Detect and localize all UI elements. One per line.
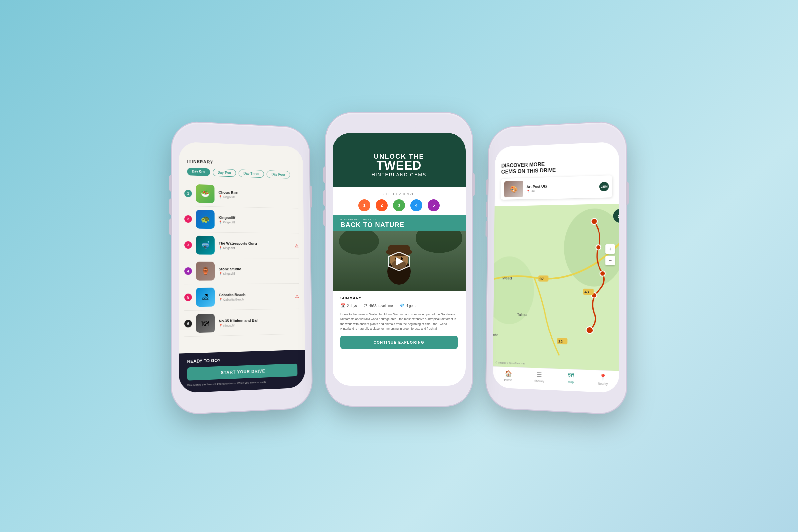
nav-nearby-label: Nearby <box>598 382 608 386</box>
svg-text:43: 43 <box>584 290 589 294</box>
drive-circle-5[interactable]: 5 <box>428 200 440 211</box>
map-icon: 🗺 <box>568 372 573 379</box>
poi-info: Art Post Uki 📍 Uki <box>526 183 596 192</box>
item-name: Kingscliff <box>219 215 299 221</box>
drive-circle-1[interactable]: 1 <box>358 200 370 211</box>
map-screen: DISCOVER MOREGEMS ON THIS DRIVE 🎨 Art Po… <box>493 141 619 393</box>
svg-text:32: 32 <box>558 340 563 344</box>
phone-left: ITINERARY Day One Day Two Day Three Day … <box>172 121 311 414</box>
drive-circle-4[interactable]: 4 <box>410 200 422 211</box>
drive-circle-2[interactable]: 2 <box>376 200 388 211</box>
phone-center-notch <box>379 119 419 128</box>
itinerary-header: ITINERARY Day One Day Two Day Three Day … <box>179 141 303 184</box>
item-name: The Watersports Guru <box>219 241 291 246</box>
alert-icon: ⚠ <box>294 243 299 248</box>
map-title: DISCOVER MOREGEMS ON THIS DRIVE <box>501 158 612 175</box>
day-tab-4[interactable]: Day Four <box>267 170 290 178</box>
item-thumb: 🏺 <box>196 262 215 281</box>
phone-center: UNLOCK THE TWEED HINTERLAND GEMS SELECT … <box>326 113 472 406</box>
gem-badge: GEM <box>600 182 609 191</box>
svg-text:97: 97 <box>540 277 544 281</box>
drive-circles: 1 2 3 4 5 <box>341 200 457 211</box>
drive-label: HINTERLAND DRIVE #1 <box>341 218 457 221</box>
itinerary-icon: ☰ <box>536 371 542 379</box>
item-thumb: 🍽 <box>196 314 215 333</box>
item-thumb: 🥗 <box>196 184 215 203</box>
svg-text:Tweed: Tweed <box>501 276 512 280</box>
nav-nearby[interactable]: 📍 Nearby <box>587 373 619 386</box>
continue-exploring-button[interactable]: CONTINUE EXPLORING <box>341 336 457 349</box>
phone-left-notch <box>223 130 262 141</box>
item-info: No.35 Kitchen and Bar 📍 Kingscliff <box>219 317 300 327</box>
zoom-in-button[interactable]: + <box>606 244 615 254</box>
item-location: 📍 Kingscliff <box>219 272 299 275</box>
nav-itinerary[interactable]: ☰ Itinerary <box>524 370 555 383</box>
itinerary-title: ITINERARY <box>187 158 295 168</box>
svg-marker-11 <box>396 258 404 265</box>
hero-title: UNLOCK THE TWEED HINTERLAND GEMS <box>342 153 456 177</box>
bottom-nav: 🏠 Home ☰ Itinerary 🗺 Map 📍 Nearby <box>493 366 619 393</box>
item-number: 6 <box>184 320 192 327</box>
drive-name: BACK TO NATURE <box>341 221 457 229</box>
item-thumb: 🤿 <box>196 236 215 255</box>
phone-right-notch <box>536 130 575 141</box>
days-text: 2 days <box>347 304 357 307</box>
nav-home[interactable]: 🏠 Home <box>493 369 524 382</box>
play-button[interactable] <box>388 252 410 271</box>
list-item[interactable]: 3 🤿 The Watersports Guru 📍 Kingscliff ⚠ <box>184 232 299 258</box>
itinerary-list: 1 🥗 Choux Box 📍 Kingscliff 2 <box>178 180 305 354</box>
hero-tweed-text: TWEED <box>342 159 456 172</box>
map-header: DISCOVER MOREGEMS ON THIS DRIVE 🎨 Art Po… <box>495 141 620 207</box>
item-info: The Watersports Guru 📍 Kingscliff <box>219 241 291 250</box>
phone-left-screen: ITINERARY Day One Day Two Day Three Day … <box>178 141 305 393</box>
item-name: No.35 Kitchen and Bar <box>219 317 300 323</box>
item-info: Choux Box 📍 Kingscliff <box>218 190 298 200</box>
select-drive-section: SELECT A DRIVE 1 2 3 4 5 <box>332 187 466 215</box>
list-item[interactable]: 2 🐢 Kingscliff 📍 Kingscliff <box>184 206 299 233</box>
alert-icon: ⚠ <box>295 293 299 299</box>
map-container[interactable]: Tweed Tullera Nymbt 97 32 <box>493 204 620 371</box>
video-section[interactable] <box>332 231 466 291</box>
select-drive-label: SELECT A DRIVE <box>341 192 457 195</box>
gem-icon: 💎 <box>400 303 405 308</box>
item-number: 1 <box>184 190 191 197</box>
item-number: 4 <box>184 267 192 274</box>
itinerary-screen: ITINERARY Day One Day Two Day Three Day … <box>178 141 305 393</box>
summary-section: SUMMARY 📅 2 days ⏱ 4h33 travel time 💎 <box>332 291 466 354</box>
calendar-icon: 📅 <box>341 303 345 308</box>
item-thumb: 🏖 <box>196 288 215 307</box>
nearby-icon: 📍 <box>599 374 607 381</box>
item-location: 📍 Cabarita Beach <box>219 297 291 301</box>
summary-stats: 📅 2 days ⏱ 4h33 travel time 💎 4 gems <box>341 303 457 308</box>
list-item[interactable]: 1 🥗 Choux Box 📍 Kingscliff <box>184 180 298 209</box>
poi-card[interactable]: 🎨 Art Post Uki 📍 Uki GEM <box>501 175 612 200</box>
svg-point-19 <box>586 327 593 334</box>
nav-map-label: Map <box>568 380 573 384</box>
svg-text:Tullera: Tullera <box>517 313 527 317</box>
ready-to-go-text: READY TO GO? <box>187 356 297 364</box>
video-overlay <box>332 231 466 291</box>
item-name: Stone Studio <box>219 267 299 271</box>
phone-right-screen: DISCOVER MOREGEMS ON THIS DRIVE 🎨 Art Po… <box>493 141 619 393</box>
list-item[interactable]: 6 🍽 No.35 Kitchen and Bar 📍 Kingscliff <box>184 309 300 337</box>
day-tab-3[interactable]: Day Three <box>239 169 264 177</box>
day-tab-1[interactable]: Day One <box>187 168 210 176</box>
item-location: 📍 Kingscliff <box>219 221 299 225</box>
drive-circle-3[interactable]: 3 <box>393 200 405 211</box>
list-item[interactable]: 5 🏖 Cabarita Beach 📍 Cabarita Beach ⚠ <box>184 284 299 310</box>
svg-point-17 <box>600 271 606 276</box>
list-item[interactable]: 4 🏺 Stone Studio 📍 Kingscliff <box>184 258 299 285</box>
item-number: 2 <box>184 215 192 223</box>
item-location: 📍 Kingscliff <box>219 246 291 250</box>
drive-banner: HINTERLAND DRIVE #1 BACK TO NATURE <box>332 215 466 231</box>
item-info: Cabarita Beach 📍 Cabarita Beach <box>219 292 291 301</box>
item-info: Kingscliff 📍 Kingscliff <box>219 215 299 225</box>
nav-map[interactable]: 🗺 Map <box>555 372 587 385</box>
item-info: Stone Studio 📍 Kingscliff <box>219 267 299 275</box>
item-number: 5 <box>184 293 192 301</box>
day-tab-2[interactable]: Day Two <box>213 169 236 177</box>
start-drive-button[interactable]: START YOUR DRIVE <box>187 363 297 380</box>
stat-days: 📅 2 days <box>341 303 357 308</box>
zoom-out-button[interactable]: − <box>606 256 615 266</box>
summary-title: SUMMARY <box>341 296 457 300</box>
